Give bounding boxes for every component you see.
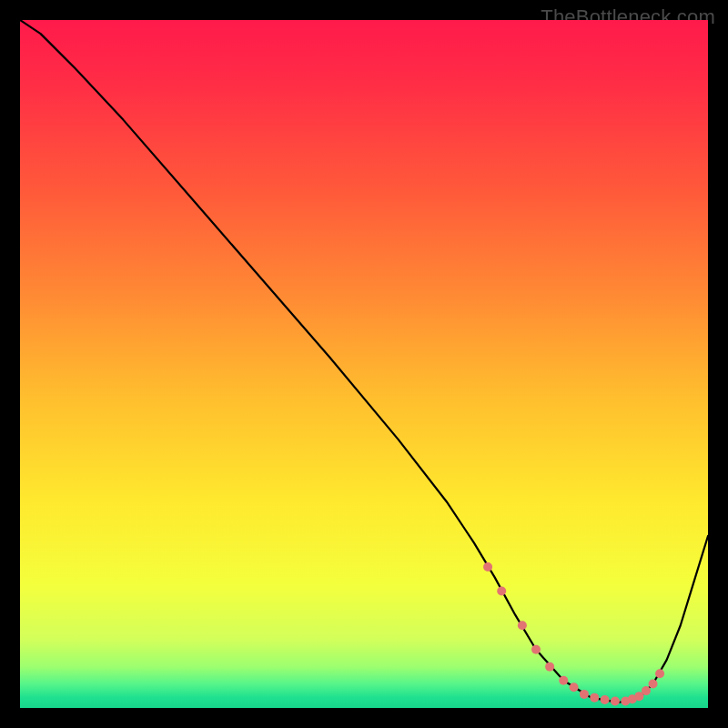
marker-point: [518, 621, 527, 630]
marker-point: [649, 680, 658, 689]
chart-frame: TheBottleneck.com: [0, 0, 728, 728]
marker-point: [642, 686, 651, 695]
marker-point: [497, 586, 506, 595]
marker-point: [611, 696, 620, 705]
marker-point: [559, 676, 568, 685]
marker-point: [570, 682, 579, 692]
marker-point: [545, 662, 554, 672]
chart-svg: [20, 20, 708, 708]
marker-point: [655, 669, 664, 678]
gradient-background: [20, 20, 708, 708]
plot-area: [20, 20, 708, 708]
marker-point: [590, 693, 599, 703]
marker-point: [580, 690, 589, 699]
marker-point: [531, 645, 541, 654]
marker-point: [601, 695, 610, 704]
marker-point: [483, 562, 492, 571]
